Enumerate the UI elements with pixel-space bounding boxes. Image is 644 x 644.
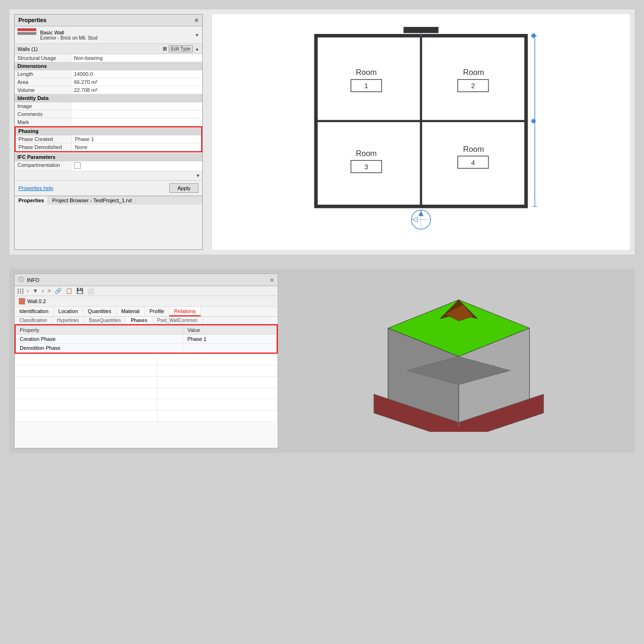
- apply-button[interactable]: Apply: [169, 183, 198, 193]
- phase-created-label: Phase Created: [16, 135, 72, 143]
- compartmentation-value: [71, 161, 202, 171]
- bottom-section: ⓘ INFO × ‹ ▼ › > 🔗 📋 💾 ⬜: [9, 269, 635, 453]
- toolbar-forward-btn[interactable]: ›: [41, 288, 45, 294]
- table-row: [15, 365, 278, 377]
- room1-label: Room: [356, 68, 377, 77]
- panel-title: Properties: [18, 17, 46, 24]
- phasing-header: Phasing: [16, 127, 201, 135]
- phasing-section: Phasing Phase Created Phase 1 Phase Demo…: [15, 126, 202, 152]
- image-row: Image: [15, 102, 202, 110]
- toolbar-copy-btn[interactable]: 📋: [65, 288, 74, 294]
- comments-row: Comments: [15, 110, 202, 118]
- table-row: Creation Phase Phase 1: [16, 335, 277, 344]
- info-icon: ⓘ: [18, 276, 24, 284]
- subtab-pset-wallcommon[interactable]: Pset_WallCommon: [152, 317, 202, 324]
- demolition-phase-value: [183, 344, 277, 353]
- toolbar-expand-btn[interactable]: ⬜: [86, 288, 95, 294]
- tab-relations[interactable]: Relations: [169, 307, 201, 316]
- mark-label: Mark: [15, 118, 71, 126]
- info-panel-close-button[interactable]: ×: [270, 276, 274, 284]
- room3-number: 3: [364, 163, 368, 171]
- info-titlebar: ⓘ INFO ×: [15, 274, 278, 286]
- object-name-text: Wall.0.2: [27, 298, 46, 304]
- compartmentation-label: Compartmentation: [15, 161, 71, 171]
- volume-row: Volume 22.708 m³: [15, 86, 202, 94]
- properties-panel: Properties × Basic Wall Exterior - Brick…: [14, 14, 203, 250]
- table-row: [15, 354, 278, 365]
- toolbar-down-btn[interactable]: ▼: [32, 288, 39, 294]
- toolbar-save-btn[interactable]: 💾: [75, 288, 84, 294]
- wall-stripe-red: [17, 28, 36, 31]
- phase-demolished-label: Phase Demolished: [16, 143, 72, 151]
- subtab-basequantities[interactable]: BaseQuantities: [84, 317, 126, 324]
- phase-demolished-value: None: [72, 143, 201, 151]
- table-row: [15, 388, 278, 399]
- floor-plan-area: Room 1 Room 2 Room 3 Room 4 4600.: [212, 14, 630, 250]
- area-row: Area 66.270 m²: [15, 78, 202, 86]
- info-table: Property Value Creation Phase Phase 1 De…: [16, 325, 277, 353]
- area-value: 66.270 m²: [71, 78, 202, 86]
- tab-material[interactable]: Material: [116, 307, 145, 316]
- tab-location[interactable]: Location: [54, 307, 83, 316]
- image-value: [71, 102, 202, 110]
- phase-created-value: Phase 1: [72, 135, 201, 143]
- info-object-name: 🧱 Wall.0.2: [15, 296, 278, 307]
- toolbar-dots: [17, 289, 24, 294]
- room2-number: 2: [471, 82, 475, 90]
- main-container: Properties × Basic Wall Exterior - Brick…: [0, 0, 644, 462]
- wall-type-text: Basic Wall Exterior - Brick on Mtl. Stud: [40, 30, 191, 41]
- tab-properties[interactable]: Properties: [15, 196, 48, 205]
- ifc-parameters-header: IFC Parameters: [15, 153, 202, 161]
- info-content-area: [15, 354, 278, 448]
- edit-type-button[interactable]: Edit Type: [169, 45, 193, 52]
- image-label: Image: [15, 102, 71, 110]
- panel-close-button[interactable]: ×: [195, 17, 198, 24]
- compartmentation-checkbox[interactable]: [74, 162, 81, 169]
- info-tabs-row1: Identification Location Quantities Mater…: [15, 307, 278, 317]
- info-panel-title: INFO: [27, 277, 39, 283]
- walls-header-row: Walls (1) ⊞ Edit Type ▲: [15, 44, 202, 54]
- wall-type-icon: [17, 28, 36, 41]
- subtab-classification[interactable]: Classification: [15, 317, 52, 324]
- compartmentation-row: Compartmentation: [15, 161, 202, 171]
- walls-scroll-up[interactable]: ▲: [195, 46, 199, 51]
- info-toolbar: ‹ ▼ › > 🔗 📋 💾 ⬜: [15, 286, 278, 296]
- toolbar-link-btn[interactable]: 🔗: [54, 288, 63, 294]
- table-row: [15, 377, 278, 388]
- tab-profile[interactable]: Profile: [145, 307, 169, 316]
- properties-help-link[interactable]: Properties help: [18, 185, 53, 191]
- room1-number: 1: [364, 82, 368, 90]
- mark-value: [71, 118, 202, 126]
- comments-label: Comments: [15, 110, 71, 118]
- structural-usage-label: Structural Usage: [15, 54, 71, 62]
- col-property: Property: [16, 326, 183, 335]
- top-bar: [404, 27, 438, 33]
- tab-project-browser[interactable]: Project Browser - TestProject_1.rvt: [48, 196, 136, 205]
- panel-titlebar: Properties ×: [15, 15, 202, 26]
- wall-object-icon: 🧱: [18, 298, 25, 305]
- room4-label: Room: [463, 145, 484, 154]
- wall-type-dropdown-arrow[interactable]: ▼: [195, 33, 199, 38]
- info-tabs-row2: Classification Hyperlinks BaseQuantities…: [15, 317, 278, 324]
- top-section: Properties × Basic Wall Exterior - Brick…: [9, 9, 635, 255]
- toolbar-back-btn[interactable]: ‹: [26, 288, 30, 294]
- volume-value: 22.708 m³: [71, 86, 202, 94]
- room4-number: 4: [471, 159, 475, 166]
- wall-stripe-gray: [17, 32, 36, 35]
- tab-quantities[interactable]: Quantities: [83, 307, 116, 316]
- dim-dot-top: [531, 33, 536, 38]
- walls-dropdown[interactable]: Walls (1): [17, 46, 161, 52]
- tab-identification[interactable]: Identification: [15, 307, 54, 316]
- wall-type-subtype: Exterior - Brick on Mtl. Stud: [40, 35, 191, 41]
- demolition-phase-label: Demolition Phase: [16, 344, 183, 353]
- phase-demolished-row: Phase Demolished None: [16, 143, 201, 151]
- info-title-left: ⓘ INFO: [18, 276, 39, 284]
- toolbar-arrow-btn[interactable]: >: [47, 288, 52, 294]
- subtab-hyperlinks[interactable]: Hyperlinks: [52, 317, 84, 324]
- table-row: [15, 399, 278, 411]
- subtab-phases[interactable]: Phases: [126, 317, 152, 324]
- wall-type-name: Basic Wall: [40, 30, 191, 35]
- building-3d-svg: [369, 290, 548, 432]
- scroll-indicator: ▼: [15, 171, 202, 180]
- 3d-view: [288, 273, 630, 448]
